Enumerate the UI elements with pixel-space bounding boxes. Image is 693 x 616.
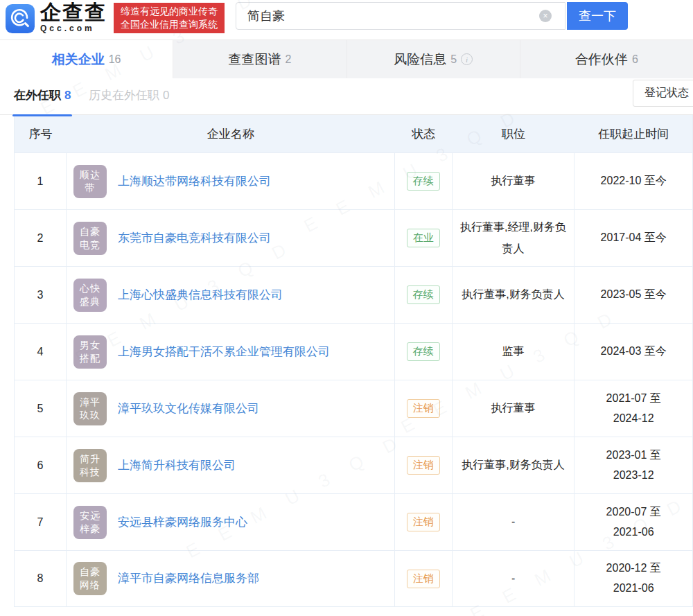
table-row: 5 漳平玖玖 漳平玖玖文化传媒有限公司 注销 执行董事 2021-07 至202… <box>15 380 692 437</box>
tab-partners[interactable]: 合作伙伴 6 <box>520 40 693 78</box>
company-name-link[interactable]: 上海心快盛典信息科技有限公司 <box>118 286 283 304</box>
registration-status-filter[interactable]: 登记状态 <box>633 80 693 107</box>
status-badge: 在业 <box>407 229 440 247</box>
brand-name: 企查查 <box>40 2 107 23</box>
tenure-cell: 2020-12 至2021-06 <box>574 551 692 606</box>
search-input[interactable] <box>236 2 565 30</box>
company-logo: 顺达带 <box>73 165 107 198</box>
qcc-logo-icon <box>6 4 35 33</box>
row-seq: 7 <box>15 494 67 550</box>
position-cell: 执行董事,财务负责人 <box>453 437 575 493</box>
row-seq: 1 <box>15 153 67 209</box>
company-logo: 简升科技 <box>73 449 107 482</box>
position-cell: 执行董事 <box>453 153 575 209</box>
qcc-logo[interactable]: 企查查 Qcc.com <box>6 6 107 33</box>
company-name-link[interactable]: 东莞市自豪电竞科技有限公司 <box>118 229 271 247</box>
table-row: 7 安远梓豪 安远县梓豪网络服务中心 注销 - 2020-07 至2021-06 <box>15 493 692 550</box>
company-name-link[interactable]: 安远县梓豪网络服务中心 <box>118 513 247 531</box>
company-logo: 安远梓豪 <box>73 506 107 539</box>
tenure-cell: 2020-07 至2021-06 <box>574 494 692 550</box>
table-row: 3 心快盛典 上海心快盛典信息科技有限公司 存续 执行董事,财务负责人 2023… <box>15 266 692 323</box>
row-seq: 8 <box>15 551 67 606</box>
company-logo: 心快盛典 <box>73 279 107 312</box>
row-seq: 2 <box>15 210 67 266</box>
status-badge: 存续 <box>407 172 440 191</box>
position-cell: 执行董事,财务负责人 <box>453 267 575 323</box>
company-logo: 自豪电竞 <box>73 222 107 255</box>
tenure-cell: 2021-07 至2024-12 <box>574 380 692 437</box>
tenure-cell: 2023-01 至2023-12 <box>574 437 692 493</box>
site-header: 企查查 Qcc.com 缔造有远见的商业传奇 全国企业信用查询系统 × 查一下 <box>0 0 693 39</box>
tab-related-companies[interactable]: 相关企业 16 <box>0 40 173 78</box>
status-badge: 注销 <box>407 570 440 588</box>
position-cell: 执行董事 <box>453 380 575 437</box>
subtab-current-positions[interactable]: 在外任职 8 <box>14 78 71 112</box>
table-row: 8 自豪网络 漳平市自豪网络信息服务部 注销 - 2020-12 至2021-0… <box>15 550 692 607</box>
position-cell: - <box>453 551 575 606</box>
positions-table: 序号 企业名称 状态 职位 任职起止时间 1 顺达带 上海顺达带网络科技有限公司… <box>14 115 693 607</box>
main-tab-bar: 相关企业 16 查查图谱 2 风险信息 5 i 合作伙伴 6 <box>0 39 693 78</box>
tenure-cell: 2024-03 至今 <box>574 324 692 380</box>
position-cell: 执行董事,经理,财务负责人 <box>453 210 575 266</box>
company-name-link[interactable]: 上海顺达带网络科技有限公司 <box>118 173 271 191</box>
table-row: 4 男女搭配 上海男女搭配干活不累企业管理有限公司 存续 监事 2024-03 … <box>15 323 692 380</box>
tenure-cell: 2017-04 至今 <box>574 210 692 266</box>
tab-chacha-graph[interactable]: 查查图谱 2 <box>173 40 346 78</box>
company-logo: 自豪网络 <box>73 562 107 595</box>
company-logo: 男女搭配 <box>73 335 107 369</box>
subtab-history-positions[interactable]: 历史在外任职 0 <box>89 78 169 112</box>
row-seq: 3 <box>15 267 67 323</box>
status-badge: 注销 <box>407 399 440 418</box>
brand-slogan: 缔造有远见的商业传奇 全国企业信用查询系统 <box>114 3 225 33</box>
row-seq: 6 <box>15 437 67 493</box>
company-logo: 漳平玖玖 <box>73 392 107 425</box>
table-row: 2 自豪电竞 东莞市自豪电竞科技有限公司 在业 执行董事,经理,财务负责人 20… <box>15 209 692 266</box>
company-name-link[interactable]: 漳平玖玖文化传媒有限公司 <box>118 400 259 418</box>
company-name-link[interactable]: 上海简升科技有限公司 <box>118 457 236 475</box>
status-badge: 注销 <box>407 513 440 531</box>
tab-risk-info[interactable]: 风险信息 5 i <box>347 40 520 78</box>
company-name-link[interactable]: 漳平市自豪网络信息服务部 <box>118 570 259 588</box>
search-bar: × 查一下 <box>236 2 628 30</box>
tenure-cell: 2023-05 至今 <box>574 267 692 323</box>
table-row: 1 顺达带 上海顺达带网络科技有限公司 存续 执行董事 2022-10 至今 <box>15 152 692 209</box>
search-button[interactable]: 查一下 <box>567 2 628 30</box>
status-badge: 注销 <box>407 456 440 475</box>
info-icon[interactable]: i <box>461 53 473 65</box>
company-name-link[interactable]: 上海男女搭配干活不累企业管理有限公司 <box>118 343 330 361</box>
position-cell: - <box>453 494 575 550</box>
table-header: 序号 企业名称 状态 职位 任职起止时间 <box>15 115 692 152</box>
row-seq: 4 <box>15 324 67 380</box>
position-cell: 监事 <box>453 324 575 380</box>
sub-tab-row: 在外任职 8 历史在外任职 0 登记状态 <box>0 78 693 115</box>
clear-search-icon[interactable]: × <box>539 10 552 22</box>
tenure-cell: 2022-10 至今 <box>574 153 692 209</box>
brand-domain: Qcc.com <box>40 24 107 33</box>
status-badge: 存续 <box>407 342 440 361</box>
row-seq: 5 <box>15 380 67 437</box>
table-row: 6 简升科技 上海简升科技有限公司 注销 执行董事,财务负责人 2023-01 … <box>15 437 692 493</box>
status-badge: 存续 <box>407 285 440 304</box>
